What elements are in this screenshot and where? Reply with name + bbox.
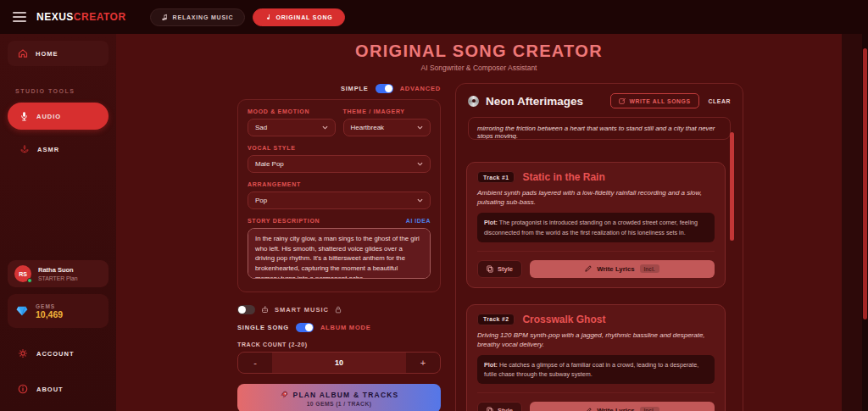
track-title: Static in the Rain (522, 171, 604, 183)
write-lyrics-label: Write Lyrics (597, 407, 634, 411)
plan-album-button[interactable]: PLAN ALBUM & TRACKS 10 GEMS (1 / TRACK) (237, 384, 441, 411)
arrangement-label: ARRANGEMENT (248, 181, 431, 187)
copy-style-button[interactable]: Style (477, 402, 522, 411)
track-card: Track #1 Static in the Rain Ambient synt… (466, 162, 726, 288)
gems-label: GEMS (36, 303, 63, 309)
app-logo[interactable]: NEXUSCREATOR (36, 11, 126, 23)
copy-style-button[interactable]: Style (477, 260, 522, 278)
chevron-down-icon (417, 125, 423, 130)
smart-music-toggle[interactable] (237, 305, 255, 314)
write-lyrics-button[interactable]: Write Lyrics Incl. (530, 260, 715, 278)
sidebar: HOME STUDIO TOOLS AUDIO ASMR RS Ratha Su… (0, 34, 116, 411)
sidebar-item-home[interactable]: HOME (8, 41, 108, 66)
disc-icon (468, 96, 479, 107)
track-count-label: TRACK COUNT (2-20) (237, 342, 441, 347)
lock-icon (335, 306, 342, 314)
plan-album-cost: 10 GEMS (1 / TRACK) (307, 401, 372, 407)
plot-text: The protagonist is introduced standing o… (484, 219, 698, 236)
music-note-icon (162, 14, 169, 21)
audio-label: AUDIO (36, 113, 61, 120)
online-status-dot (27, 278, 32, 283)
track-title: Crosswalk Ghost (522, 314, 605, 325)
chevron-down-icon (322, 125, 328, 130)
write-lyrics-button[interactable]: Write Lyrics Incl. (530, 402, 715, 411)
theme-imagery-select[interactable]: Heartbreak (343, 119, 431, 136)
decrement-button[interactable]: - (238, 353, 272, 373)
mic-icon (19, 111, 29, 122)
page-title: ORIGINAL SONG CREATOR (116, 42, 842, 61)
copy-icon (487, 407, 493, 411)
album-title: Neon Afterimages (486, 95, 610, 108)
track-style-description: Ambient synth pads layered with a low-fi… (477, 188, 715, 207)
home-icon (18, 48, 28, 58)
advanced-mode-toggle[interactable] (376, 84, 393, 93)
track-card: Track #2 Crosswalk Ghost Driving 120 BPM… (466, 304, 726, 411)
album-description-text: mirroring the friction between a heart t… (477, 125, 721, 140)
page-gutter (842, 34, 862, 411)
song-form: SIMPLE ADVANCED MOOD & EMOTION Sad THEME… (237, 83, 441, 411)
arrangement-select[interactable]: Pop (248, 192, 431, 209)
sidebar-item-account[interactable]: ACCOUNT (8, 343, 108, 364)
ai-idea-link[interactable]: AI IDEA (406, 218, 431, 224)
mode-buttons: RELAXING MUSIC ORIGINAL SONG (150, 8, 345, 26)
about-label: ABOUT (36, 386, 64, 393)
smart-music-label: SMART MUSIC (275, 306, 329, 314)
write-all-songs-button[interactable]: WRITE ALL SONGS (610, 93, 699, 108)
relaxing-music-button[interactable]: RELAXING MUSIC (150, 8, 246, 26)
story-description-input[interactable]: In the rainy city glow, a man sings to t… (248, 228, 431, 279)
logo-accent: CREATOR (74, 11, 126, 23)
music-note-icon (264, 14, 271, 21)
theme-imagery-label: THEME / IMAGERY (343, 108, 431, 114)
theme-imagery-value: Heartbreak (351, 124, 385, 131)
original-song-label: ORIGINAL SONG (275, 14, 332, 20)
window-scrollbar[interactable] (862, 34, 868, 411)
window-scrollbar-thumb[interactable] (863, 48, 867, 319)
asmr-label: ASMR (37, 146, 59, 153)
sidebar-item-about[interactable]: ABOUT (8, 379, 108, 399)
advanced-label: ADVANCED (400, 85, 441, 92)
included-badge: Incl. (640, 264, 659, 273)
write-all-songs-label: WRITE ALL SONGS (630, 98, 691, 104)
included-badge: Incl. (640, 407, 659, 411)
track-number-badge: Track #2 (477, 314, 515, 325)
asmr-icon (19, 144, 30, 154)
studio-tools-section-label: STUDIO TOOLS (15, 88, 108, 94)
vocal-style-select[interactable]: Male Pop (248, 155, 431, 173)
track-list: Track #1 Static in the Rain Ambient synt… (456, 162, 743, 411)
top-bar: NEXUSCREATOR RELAXING MUSIC ORIGINAL SON… (0, 0, 868, 34)
panel-scrollbar-thumb[interactable] (730, 132, 734, 241)
gem-icon (16, 306, 28, 316)
user-plan: STARTER Plan (38, 275, 78, 281)
rocket-icon (280, 391, 288, 399)
user-card[interactable]: RS Ratha Suon STARTER Plan (8, 260, 108, 287)
vocal-style-value: Male Pop (255, 160, 284, 168)
single-album-row: SINGLE SONG ALBUM MODE (237, 323, 441, 332)
clear-button[interactable]: CLEAR (709, 98, 731, 104)
plot-label: Plot: (484, 219, 498, 226)
album-mode-toggle[interactable] (296, 323, 314, 332)
avatar: RS (14, 265, 31, 282)
track-count-value: 10 (272, 353, 406, 373)
plan-album-label: PLAN ALBUM & TRACKS (293, 391, 399, 399)
chevron-down-icon (417, 162, 423, 166)
chevron-down-icon (417, 198, 423, 203)
logo-primary: NEXUS (36, 11, 74, 23)
increment-button[interactable]: + (406, 353, 440, 373)
menu-icon[interactable] (13, 12, 26, 22)
divider (477, 251, 715, 252)
pencil-icon (585, 265, 592, 272)
style-label: Style (498, 407, 513, 411)
info-icon (18, 384, 28, 394)
user-name: Ratha Suon (38, 266, 78, 275)
album-panel-header: Neon Afterimages WRITE ALL SONGS CLEAR (456, 84, 743, 116)
robot-icon (261, 306, 269, 314)
sidebar-item-audio[interactable]: AUDIO (8, 103, 108, 130)
track-number-badge: Track #1 (477, 171, 515, 183)
home-label: HOME (36, 50, 58, 58)
form-panel: MOOD & EMOTION Sad THEME / IMAGERY Heart… (237, 99, 441, 292)
album-description-box[interactable]: mirroring the friction between a heart t… (468, 117, 731, 140)
sidebar-item-asmr[interactable]: ASMR (8, 138, 108, 160)
mood-emotion-select[interactable]: Sad (248, 119, 336, 136)
original-song-button[interactable]: ORIGINAL SONG (253, 8, 344, 26)
gems-card[interactable]: GEMS 10,469 (8, 294, 108, 328)
